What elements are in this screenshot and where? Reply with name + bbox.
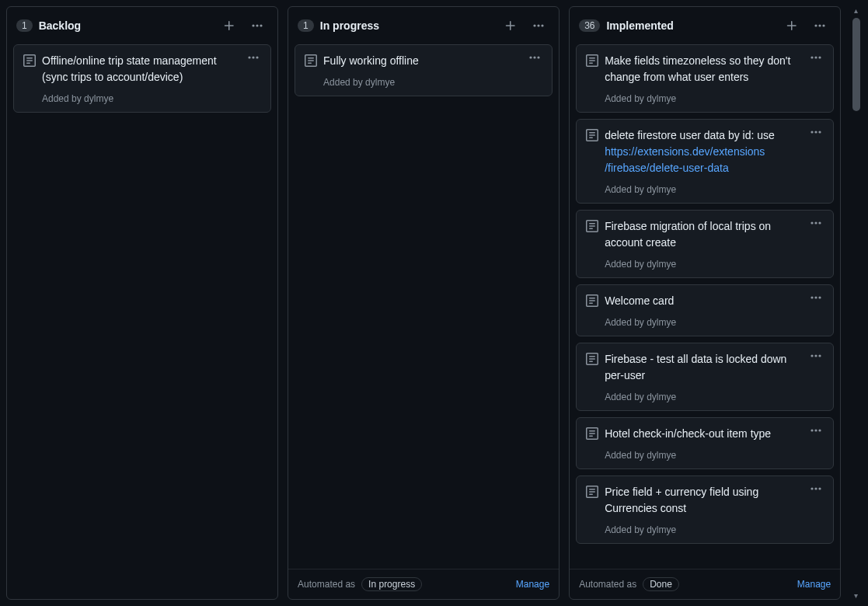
manage-link[interactable]: Manage — [516, 579, 549, 590]
added-by-label: Added by — [605, 317, 647, 328]
card-title: Firebase - test all data is locked down … — [605, 351, 802, 384]
note-icon — [586, 427, 598, 440]
card-meta: Added by dylmye — [323, 77, 542, 88]
card-text: Price field + currency field using Curre… — [605, 486, 758, 514]
scroll-track[interactable] — [851, 18, 862, 588]
card-menu-button[interactable] — [808, 350, 824, 362]
card-link[interactable]: https://extensions.dev/extensions — [605, 145, 765, 158]
svg-point-0 — [252, 24, 254, 26]
column-title: Implemented — [606, 19, 775, 32]
scroll-thumb[interactable] — [852, 18, 860, 111]
note-icon — [23, 54, 36, 67]
column-header: 1Backlog — [7, 7, 277, 44]
card-menu-button[interactable] — [246, 51, 261, 64]
added-by-label: Added by — [323, 77, 365, 88]
svg-point-11 — [538, 56, 540, 58]
added-by-user[interactable]: dylmye — [647, 392, 676, 402]
card[interactable]: Price field + currency field using Curre… — [576, 475, 834, 544]
column-cards: Offline/online trip state management (sy… — [7, 44, 277, 599]
added-by-user[interactable]: dylmye — [647, 524, 676, 535]
note-icon — [586, 353, 598, 365]
card-title: Fully working offline — [323, 53, 521, 69]
card-text: Fully working offline — [323, 54, 419, 67]
added-by-user[interactable]: dylmye — [365, 77, 395, 88]
card[interactable]: Make fields timezoneless so they don't c… — [576, 44, 834, 113]
added-by-label: Added by — [605, 93, 647, 104]
card-meta: Added by dylmye — [605, 93, 824, 104]
added-by-user[interactable]: dylmye — [647, 93, 676, 104]
add-card-button[interactable] — [218, 15, 240, 37]
svg-point-29 — [819, 354, 821, 357]
card-menu-button[interactable] — [808, 217, 824, 229]
card[interactable]: Firebase migration of local trips on acc… — [576, 210, 834, 278]
column-title: In progress — [320, 19, 493, 32]
automated-label: Automated as — [298, 579, 355, 590]
card-meta: Added by dylmye — [605, 259, 824, 270]
added-by-user[interactable]: dylmye — [84, 93, 113, 104]
card-meta: Added by dylmye — [605, 317, 824, 328]
svg-point-33 — [811, 487, 814, 489]
card[interactable]: delete firestore user data by id: use ht… — [576, 119, 834, 204]
card[interactable]: Offline/online trip state management (sy… — [13, 44, 271, 113]
svg-point-24 — [811, 296, 814, 298]
automated-label: Automated as — [579, 579, 636, 590]
added-by-user[interactable]: dylmye — [647, 259, 676, 270]
automation-status: Done — [643, 577, 679, 591]
card[interactable]: Welcome cardAdded by dylmye — [576, 284, 834, 336]
column-menu-button[interactable] — [528, 15, 549, 37]
added-by-label: Added by — [605, 524, 647, 535]
card-link[interactable]: /firebase/delete-user-data — [605, 162, 729, 174]
column-header: 36Implemented — [570, 7, 840, 44]
svg-point-1 — [256, 24, 258, 26]
card[interactable]: Hotel check-in/check-out item typeAdded … — [576, 417, 834, 469]
card-menu-button[interactable] — [808, 291, 824, 304]
column-menu-button[interactable] — [246, 15, 268, 37]
card-menu-button[interactable] — [808, 126, 824, 138]
card-meta: Added by dylmye — [42, 93, 261, 104]
card-title: Welcome card — [605, 293, 802, 309]
svg-point-31 — [815, 429, 817, 431]
svg-point-35 — [819, 487, 821, 489]
manage-link[interactable]: Manage — [797, 579, 831, 590]
column-header: 1In progress — [288, 7, 559, 44]
added-by-user[interactable]: dylmye — [647, 317, 676, 328]
card[interactable]: Firebase - test all data is locked down … — [576, 343, 834, 411]
svg-point-5 — [256, 56, 258, 58]
column-footer: Automated asDoneManage — [570, 569, 840, 599]
svg-point-21 — [811, 221, 814, 224]
column-count-badge: 1 — [298, 19, 314, 32]
svg-point-28 — [815, 354, 817, 357]
scroll-down-icon[interactable]: ▾ — [854, 591, 858, 600]
svg-point-26 — [819, 296, 821, 298]
card-menu-button[interactable] — [808, 51, 824, 64]
svg-point-16 — [815, 56, 817, 58]
added-by-user[interactable]: dylmye — [647, 450, 676, 461]
svg-point-32 — [819, 429, 821, 431]
scroll-up-icon[interactable]: ▴ — [854, 6, 858, 15]
card-meta: Added by dylmye — [605, 524, 824, 535]
column-count-badge: 36 — [579, 19, 600, 32]
card-text: Firebase - test all data is locked down … — [605, 353, 786, 381]
card-menu-button[interactable] — [527, 51, 542, 64]
card-menu-button[interactable] — [808, 424, 824, 437]
svg-point-17 — [819, 56, 821, 58]
svg-point-2 — [260, 24, 262, 26]
added-by-label: Added by — [605, 450, 647, 461]
card-title: delete firestore user data by id: use ht… — [605, 127, 802, 176]
board-column: 36ImplementedMake fields timezoneless so… — [569, 6, 841, 600]
card-menu-button[interactable] — [808, 482, 824, 495]
page-scrollbar[interactable]: ▴▾ — [850, 6, 862, 600]
added-by-label: Added by — [605, 184, 647, 195]
add-card-button[interactable] — [500, 15, 521, 37]
svg-point-4 — [252, 56, 254, 58]
card-text: Firebase migration of local trips on acc… — [605, 220, 771, 249]
add-card-button[interactable] — [781, 15, 803, 37]
board-column: 1BacklogOffline/online trip state manage… — [6, 6, 278, 600]
svg-point-23 — [819, 221, 821, 224]
added-by-label: Added by — [42, 93, 84, 104]
card[interactable]: Fully working offlineAdded by dylmye — [295, 44, 553, 96]
note-icon — [586, 220, 598, 232]
column-menu-button[interactable] — [809, 15, 831, 37]
added-by-user[interactable]: dylmye — [647, 184, 676, 195]
svg-point-3 — [248, 56, 250, 58]
